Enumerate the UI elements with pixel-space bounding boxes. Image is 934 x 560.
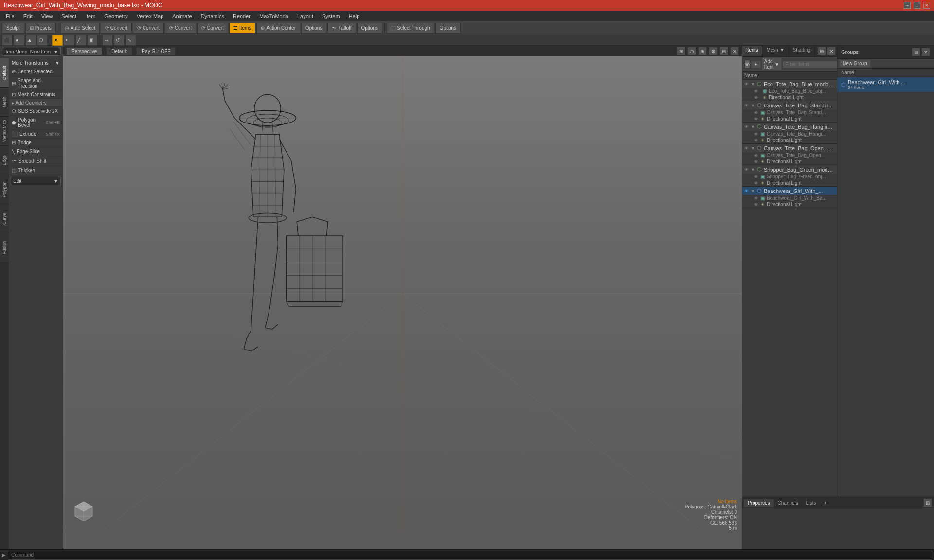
eye-icon-1m[interactable]: 👁 [754, 89, 758, 94]
menu-file[interactable]: File [2, 12, 18, 20]
eye-icon-4l[interactable]: 👁 [754, 159, 758, 164]
maximize-btn[interactable]: □ [914, 2, 920, 9]
shopper-green-mesh-row[interactable]: 👁 ▣ Shopper_Bag_Green_obj... [742, 174, 837, 180]
eye-icon-2[interactable]: 👁 [744, 103, 749, 108]
item-group-canvas-standing-header[interactable]: 👁 ▼ ⬡ Canvas_Tote_Bag_Standin... [742, 101, 837, 109]
viewport-tab-perspective[interactable]: Perspective [66, 47, 102, 55]
sds-subdivide-btn[interactable]: ⬡ SDS Subdivide 2X [10, 107, 62, 116]
smooth-shift-btn[interactable]: 〜 Smooth Shift [10, 156, 62, 166]
polygon-bevel-btn[interactable]: ⬟ Polygon Bevel Shift+B [10, 116, 62, 130]
expand-icon-5[interactable]: ▼ [751, 167, 755, 172]
thicken-btn[interactable]: ⬚ Thicken [10, 166, 62, 175]
item-group-beachwear-header[interactable]: 👁 ▼ ⬡ Beachwear_Girl_With_... [742, 187, 837, 195]
convert-btn-2[interactable]: ⟳ Convert [133, 23, 164, 34]
rotate-tool-btn[interactable]: ↺ [114, 35, 125, 46]
bridge-btn[interactable]: ⊟ Bridge [10, 139, 62, 147]
eye-icon-4m[interactable]: 👁 [754, 153, 758, 158]
convert-btn-1[interactable]: ⟳ Convert [101, 23, 132, 34]
shopper-green-light-row[interactable]: 👁 ☀ Directional Light [742, 180, 837, 186]
item-group-shopper-green-header[interactable]: 👁 ▼ ⬡ Shopper_Bag_Green_modo... [742, 165, 837, 174]
beachwear-group-item[interactable]: ⬡ Beachwear_Girl_With ... 34 Items [837, 77, 934, 92]
scale-tool-btn[interactable]: ⤡ [126, 35, 136, 46]
sidebar-vtab-edge[interactable]: Edge [0, 145, 9, 175]
expand-icon-3[interactable]: ▼ [751, 124, 755, 129]
command-input[interactable] [8, 551, 932, 560]
item-menu-dropdown[interactable]: Item Menu: New Item ▼ [2, 48, 61, 56]
edge-mode-btn[interactable]: ╱ [75, 35, 86, 46]
mesh-constraints-btn[interactable]: ⊡ Mesh Constraints [10, 90, 62, 99]
mesh-tab[interactable]: Mesh ▼ [762, 46, 789, 56]
viewport-tab-raygl[interactable]: Ray GL: OFF [136, 47, 176, 55]
item-mode-btn[interactable]: ✦ [52, 35, 63, 46]
eye-icon-5l[interactable]: 👁 [754, 181, 758, 186]
sculpt-btn[interactable]: Sculpt [2, 23, 24, 34]
viewport-canvas[interactable] [63, 56, 742, 531]
expand-icon-2[interactable]: ▼ [751, 103, 755, 108]
eye-icon-3[interactable]: 👁 [744, 124, 749, 129]
center-selected-btn[interactable]: ⊕ Center Selected [10, 68, 62, 76]
presets-btn[interactable]: ⊞ Presets [25, 23, 56, 34]
items-tab[interactable]: Items [742, 46, 762, 56]
canvas-standing-light-row[interactable]: 👁 ☀ Directional Light [742, 116, 837, 122]
expand-icon-1[interactable]: ▼ [751, 82, 755, 87]
add-geometry-header[interactable]: ▸ Add Geometry [10, 99, 62, 107]
menu-view[interactable]: View [37, 12, 57, 20]
eye-icon-2l[interactable]: 👁 [754, 117, 758, 122]
convert-btn-3[interactable]: ⟳ Convert [165, 23, 196, 34]
eye-icon-4[interactable]: 👁 [744, 146, 749, 151]
eye-icon-5m[interactable]: 👁 [754, 175, 758, 179]
view-tri-btn[interactable]: ▲ [25, 35, 36, 46]
minimize-btn[interactable]: ─ [904, 2, 911, 9]
more-transforms-btn[interactable]: More Transforms ▼ [10, 59, 62, 68]
items-lock-icon[interactable]: 👁 [744, 60, 750, 69]
eye-icon-1l[interactable]: 👁 [754, 95, 758, 100]
poly-mode-btn[interactable]: ▣ [87, 35, 98, 46]
menu-dynamics[interactable]: Dynamics [197, 12, 228, 20]
item-group-eco-tote-blue-header[interactable]: 👁 ▼ ⬡ Eco_Tote_Bag_Blue_modo_... [742, 80, 837, 88]
eye-icon-1[interactable]: 👁 [744, 82, 749, 87]
menu-animate[interactable]: Animate [168, 12, 196, 20]
vp-search-icon[interactable]: ⊕ [698, 47, 707, 55]
vp-render-icon[interactable]: ◷ [687, 47, 696, 55]
items-btn[interactable]: ☰ Items [229, 23, 255, 34]
viewport-tab-default[interactable]: Default [106, 47, 132, 55]
sidebar-vtab-vertexmap[interactable]: Vertex Map [0, 116, 9, 145]
item-group-canvas-open-header[interactable]: 👁 ▼ ⬡ Canvas_Tote_Bag_Open_m... [742, 144, 837, 152]
move-tool-btn[interactable]: ↔ [102, 35, 113, 46]
beachwear-light-row[interactable]: 👁 ☀ Directional Light [742, 201, 837, 208]
canvas-open-mesh-row[interactable]: 👁 ▣ Canvas_Tote_Bag_Open... [742, 152, 837, 158]
vp-camera-icon[interactable]: ⊞ [677, 47, 685, 55]
eye-icon-6[interactable]: 👁 [744, 189, 749, 193]
menu-render[interactable]: Render [229, 12, 254, 20]
options-btn-2[interactable]: Options [357, 23, 382, 34]
close-btn[interactable]: ✕ [923, 2, 930, 9]
convert-btn-4[interactable]: ⟳ Convert [197, 23, 228, 34]
vp-gear-icon[interactable]: ⚙ [709, 47, 718, 55]
eye-icon-3m[interactable]: 👁 [754, 132, 758, 137]
eye-icon-6l[interactable]: 👁 [754, 202, 758, 207]
eco-tote-blue-mesh-row[interactable]: 👁 ▣ Eco_Tote_Bag_Blue_obj... [742, 88, 837, 94]
expand-icon-6[interactable]: ▼ [751, 189, 755, 193]
menu-layout[interactable]: Layout [293, 12, 317, 20]
extrude-btn[interactable]: ⬛ Extrude Shift+X [10, 130, 62, 139]
view-cube-btn[interactable]: ⬛ [2, 35, 13, 46]
add-tab-btn[interactable]: + [820, 499, 830, 507]
snaps-precision-btn[interactable]: ⊞ Snaps and Precision [10, 76, 62, 90]
groups-expand-icon[interactable]: ⊞ [912, 48, 920, 56]
nav-cube[interactable] [73, 499, 95, 521]
add-item-dropdown[interactable]: Add Item ▼ [762, 58, 782, 70]
beachwear-mesh-row[interactable]: 👁 ▣ Beachwear_Girl_With_Ba... [742, 195, 837, 201]
sidebar-vtab-fusion[interactable]: Fusion [0, 233, 9, 262]
options-btn-3[interactable]: Options [435, 23, 461, 34]
action-center-btn[interactable]: ⊕ Action Center [256, 23, 300, 34]
add-item-btn[interactable]: + [751, 61, 761, 68]
properties-tab[interactable]: Properties [744, 499, 774, 507]
eco-tote-blue-light-row[interactable]: 👁 ☀ Directional Light [742, 94, 837, 101]
options-btn-1[interactable]: Options [301, 23, 326, 34]
sidebar-vtab-default[interactable]: Default [0, 58, 9, 87]
new-group-btn[interactable]: New Group [839, 60, 871, 67]
viewport-area[interactable]: Perspective Default Ray GL: OFF ⊞ ◷ ⊕ ⚙ … [63, 46, 742, 560]
items-panel-expand-icon[interactable]: ⊞ [817, 47, 826, 55]
eye-icon-2m[interactable]: 👁 [754, 110, 758, 115]
vp-close-icon[interactable]: ✕ [730, 47, 739, 55]
